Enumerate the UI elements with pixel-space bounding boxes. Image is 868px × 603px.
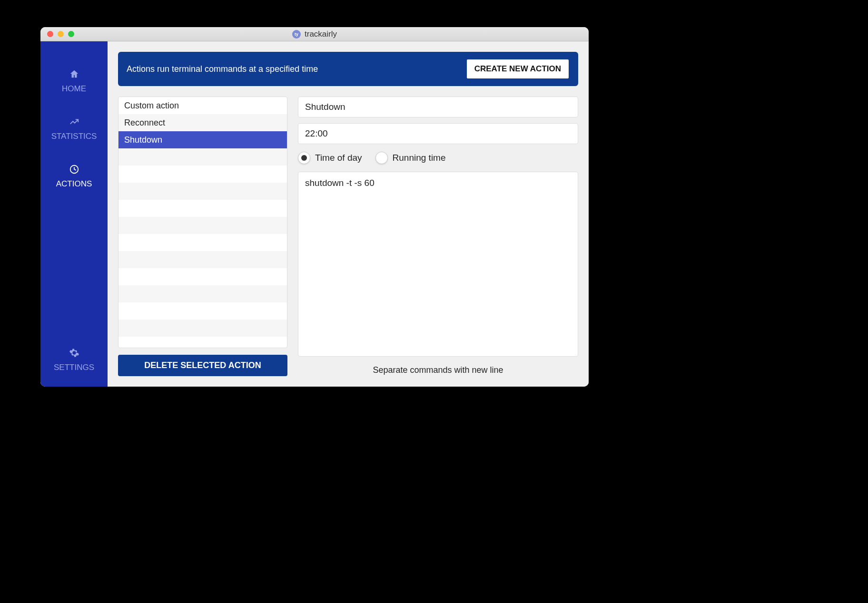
sidebar-spacer [40,203,108,339]
sidebar-item-actions[interactable]: ACTIONS [40,156,108,203]
radio-label: Time of day [315,153,362,163]
action-list-blank-row [118,165,287,183]
app-body: HOME STATISTICS ACTIONS SETTINGS Actions… [40,41,589,387]
action-name-input[interactable] [298,97,578,117]
action-list-blank-row [118,234,287,251]
sidebar-item-label: ACTIONS [56,179,92,189]
info-banner: Actions run terminal commands at a speci… [118,52,578,86]
sidebar-item-settings[interactable]: SETTINGS [40,339,108,387]
maximize-window-button[interactable] [68,31,74,37]
action-list-blank-row [118,268,287,285]
sidebar: HOME STATISTICS ACTIONS SETTINGS [40,41,108,387]
action-list-blank-row [118,217,287,234]
radio-label: Running time [393,153,446,163]
command-hint: Separate commands with new line [298,362,578,376]
action-list-item[interactable]: Shutdown [118,131,287,148]
app-title: trackairly [305,29,337,39]
sidebar-item-label: SETTINGS [54,363,94,372]
action-time-input[interactable] [298,123,578,144]
banner-text: Actions run terminal commands at a speci… [127,64,318,74]
left-column: Custom actionReconnectShutdown DELETE SE… [118,97,287,376]
actions-list: Custom actionReconnectShutdown [118,97,287,348]
app-window: ty trackairly HOME STATISTICS ACTIONS SE… [40,27,589,387]
action-list-blank-row [118,251,287,268]
gear-icon [69,348,79,358]
app-icon: ty [292,30,301,39]
title-center: ty trackairly [292,29,337,39]
action-list-blank-row [118,183,287,200]
close-window-button[interactable] [47,31,53,37]
action-list-blank-row [118,302,287,320]
sidebar-item-statistics[interactable]: STATISTICS [40,108,108,156]
chart-icon [69,117,79,127]
sidebar-item-home[interactable]: HOME [40,60,108,108]
clock-icon [69,164,79,175]
titlebar: ty trackairly [40,27,589,41]
action-list-blank-row [118,320,287,337]
time-mode-radio-group: Time of day Running time [298,150,578,166]
time-of-day-radio[interactable] [298,152,310,164]
action-list-blank-row [118,148,287,165]
action-list-blank-row [118,337,287,348]
main-content: Actions run terminal commands at a speci… [108,41,589,387]
sidebar-item-label: STATISTICS [51,132,97,141]
command-textarea[interactable] [298,172,578,357]
action-list-blank-row [118,200,287,217]
traffic-lights [40,31,74,37]
home-icon [69,69,79,79]
create-new-action-button[interactable]: CREATE NEW ACTION [466,58,570,79]
right-column: Time of day Running time Separate comman… [298,97,578,376]
action-list-blank-row [118,285,287,302]
action-list-item[interactable]: Reconnect [118,114,287,131]
running-time-radio[interactable] [375,152,388,164]
sidebar-item-label: HOME [62,84,86,94]
action-list-item[interactable]: Custom action [118,97,287,114]
columns: Custom actionReconnectShutdown DELETE SE… [118,97,578,376]
minimize-window-button[interactable] [58,31,64,37]
delete-selected-action-button[interactable]: DELETE SELECTED ACTION [118,355,287,376]
